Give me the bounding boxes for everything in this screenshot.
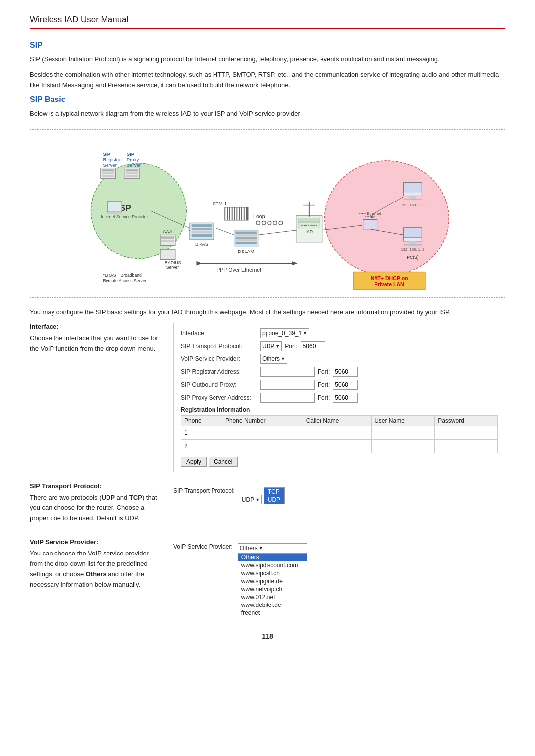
phone-number-input-2[interactable] — [225, 441, 260, 451]
voip-option-sipgate[interactable]: www.sipgate.de — [238, 577, 307, 585]
voip-option-012[interactable]: www.012.net — [238, 593, 307, 601]
svg-rect-19 — [107, 212, 122, 214]
user-name-cell-2[interactable] — [372, 439, 435, 453]
svg-rect-41 — [192, 231, 212, 233]
transport-description: SIP Transport Protocol: There are two pr… — [30, 482, 159, 528]
svg-text:SIP: SIP — [103, 152, 111, 157]
port-label-outbound: Port: — [318, 381, 330, 388]
transport-select[interactable]: UDP ▼ — [260, 341, 282, 351]
form-row-proxy: SIP Proxy Server Address: Port: — [181, 393, 498, 403]
svg-rect-47 — [235, 237, 256, 239]
interface-select[interactable]: pppoe_0_39_1 ▼ — [260, 328, 309, 338]
cancel-button[interactable]: Cancel — [209, 457, 238, 467]
proxy-address-input[interactable] — [260, 393, 315, 403]
caller-name-input-1[interactable] — [306, 428, 336, 438]
svg-rect-11 — [102, 175, 114, 177]
voip-provider-select[interactable]: Others ▼ — [260, 354, 287, 364]
form-input-voip-provider: Others ▼ — [260, 354, 287, 364]
svg-text:Internet Service Provider: Internet Service Provider — [101, 214, 148, 219]
svg-rect-27 — [235, 208, 236, 220]
sip-para1: SIP (Session Initiation Protocol) is a s… — [30, 54, 505, 65]
voip-option-others-selected[interactable]: Others — [238, 554, 307, 561]
voip-description: VoIP Service Provider: You can choose th… — [30, 538, 159, 617]
svg-rect-45 — [235, 232, 256, 234]
phone-number-cell-2[interactable] — [222, 439, 303, 453]
transport-option-tcp[interactable]: TCP — [264, 488, 284, 496]
svg-rect-64 — [299, 222, 320, 225]
transport-current[interactable]: UDP ▼ — [240, 495, 262, 504]
svg-text:Server: Server — [103, 162, 117, 168]
registrar-address-input[interactable] — [260, 367, 315, 377]
form-label-voip-provider: VoIP Service Provider: — [181, 355, 260, 362]
user-name-cell-1[interactable] — [372, 426, 435, 439]
voip-option-freenet[interactable]: freenet — [238, 609, 307, 617]
svg-rect-76 — [409, 196, 416, 199]
interface-text: Choose the interface that you want to us… — [30, 333, 159, 354]
phone-number-input-1[interactable] — [225, 428, 260, 438]
svg-rect-66 — [363, 220, 377, 229]
port-input-proxy[interactable] — [333, 393, 358, 403]
svg-rect-82 — [404, 244, 422, 246]
voip-current-value: Others — [240, 545, 258, 552]
voip-current[interactable]: Others ▼ — [238, 543, 307, 553]
password-cell-1[interactable] — [435, 426, 498, 439]
sip-para2: Besides the combination with other inter… — [30, 70, 505, 91]
password-input-1[interactable] — [438, 429, 468, 436]
svg-point-71 — [372, 216, 374, 217]
password-input-2[interactable] — [438, 442, 468, 450]
svg-text:PC(S): PC(S) — [407, 255, 419, 260]
port-input-transport[interactable] — [301, 341, 325, 351]
svg-point-33 — [256, 221, 260, 225]
caller-name-cell-2[interactable] — [303, 439, 371, 453]
reg-table-header-row: Phone Phone Number Caller Name User Name… — [181, 415, 498, 426]
form-row-registrar: SIP Registrar Address: Port: — [181, 367, 498, 377]
form-label-proxy: SIP Proxy Server Address: — [181, 394, 260, 401]
caller-name-input-2[interactable] — [306, 441, 336, 451]
phone-cell-2: 2 — [181, 439, 222, 453]
voip-option-debitel[interactable]: www.debitel.de — [238, 601, 307, 609]
svg-point-70 — [370, 216, 371, 217]
phone-cell-1: 1 — [181, 426, 222, 439]
svg-text:Proxy: Proxy — [127, 157, 139, 162]
password-cell-2[interactable] — [435, 439, 498, 453]
svg-rect-39 — [192, 224, 212, 227]
port-label-registrar: Port: — [318, 368, 330, 375]
form-input-proxy: Port: — [260, 393, 358, 403]
page-title: Wireless IAD User Manual — [30, 15, 128, 24]
transport-arrow: ▼ — [275, 344, 280, 349]
form-input-interface[interactable]: pppoe_0_39_1 ▼ — [260, 328, 309, 338]
svg-rect-48 — [235, 239, 256, 241]
caller-name-cell-1[interactable] — [303, 426, 371, 439]
apply-button[interactable]: Apply — [181, 457, 207, 467]
voip-section-label: VoIP Service Provider: — [30, 538, 159, 546]
voip-option-netvoip[interactable]: www.netvoip.ch — [238, 585, 307, 593]
svg-rect-26 — [233, 208, 234, 220]
registration-section: Registration Information Phone Phone Num… — [181, 406, 498, 467]
form-label-transport: SIP Transport Protocol: — [181, 343, 260, 350]
port-input-registrar[interactable] — [333, 367, 358, 377]
port-label-proxy: Port: — [318, 394, 330, 401]
sip-heading: SIP — [30, 41, 505, 50]
svg-text:Server: Server — [166, 265, 179, 270]
svg-rect-55 — [160, 249, 175, 259]
transport-dropdown-label: SIP Transport Protocol: — [173, 487, 235, 494]
user-name-input-1[interactable] — [374, 428, 404, 438]
voip-option-sipcall[interactable]: www.sipcall.ch — [238, 569, 307, 577]
svg-rect-75 — [404, 183, 422, 192]
phone-number-cell-1[interactable] — [222, 426, 303, 439]
transport-option-udp[interactable]: UDP — [264, 496, 284, 504]
sip-form: Interface: pppoe_0_39_1 ▼ SIP Transport … — [173, 323, 505, 472]
voip-dropdown-list: Others www.sipdiscount.com www.sipcall.c… — [238, 553, 307, 617]
network-diagram: SIP Registrar Server SIP Proxy Server IS… — [30, 129, 505, 298]
svg-text:Loop: Loop — [253, 213, 265, 219]
svg-text:AAA: AAA — [163, 229, 173, 235]
svg-text:Remote Access Server: Remote Access Server — [103, 278, 147, 283]
form-row-outbound: SIP Outbound Proxy: Port: — [181, 380, 498, 390]
svg-text:IAD: IAD — [306, 230, 313, 235]
voip-option-sipdiscount[interactable]: www.sipdiscount.com — [238, 561, 307, 569]
port-input-outbound[interactable] — [333, 380, 358, 390]
user-name-input-2[interactable] — [374, 441, 404, 451]
svg-rect-23 — [225, 208, 227, 220]
outbound-proxy-input[interactable] — [260, 380, 315, 390]
svg-rect-31 — [245, 208, 246, 220]
